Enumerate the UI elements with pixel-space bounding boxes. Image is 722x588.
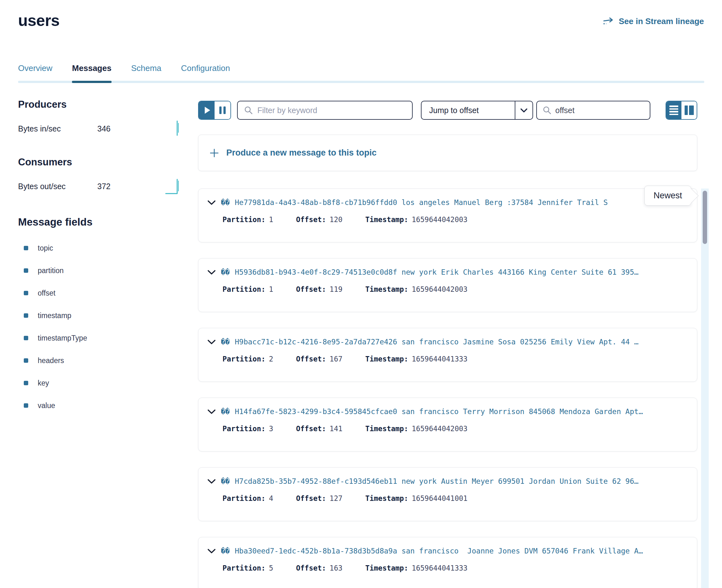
bytes-in-label: Bytes in/sec: [18, 124, 97, 133]
partition-value: 3: [269, 424, 273, 433]
timestamp-label: Timestamp:: [365, 355, 408, 363]
timestamp-value: 1659644041333: [412, 564, 468, 572]
partition-value: 2: [269, 355, 273, 363]
chevron-down-icon[interactable]: [207, 200, 216, 205]
producers-metric-row: Bytes in/sec 346: [18, 120, 180, 138]
message-meta: Partition:5 Offset:163 Timestamp:1659644…: [223, 564, 687, 572]
field-toggle-timestampType[interactable]: timestampType: [24, 333, 180, 343]
topic-messages-page: users See in Stream lineage Overview Mes…: [0, 0, 722, 588]
partition-value: 5: [269, 564, 273, 572]
message-key-line: �� H9bacc71c-b12c-4216-8e95-2a7da727e426…: [207, 338, 687, 346]
timestamp-label: Timestamp:: [365, 215, 408, 224]
consumers-metric-row: Bytes out/sec 372: [18, 177, 180, 195]
timestamp-value: 1659644041001: [412, 494, 468, 502]
messages-toolbar: Jump to offset: [198, 101, 697, 120]
scrollbar-thumb[interactable]: [703, 191, 707, 244]
unknown-glyph-badge: ��: [221, 547, 230, 555]
chevron-down-icon[interactable]: [207, 270, 216, 275]
field-toggle-headers[interactable]: headers: [24, 356, 180, 365]
partition-label: Partition:: [223, 424, 265, 433]
message-row[interactable]: �� H14fa67fe-5823-4299-b3c4-595845cfcae0…: [198, 398, 697, 451]
partition-value: 1: [269, 215, 273, 224]
partition-label: Partition:: [223, 494, 265, 502]
chevron-down-icon[interactable]: [207, 339, 216, 345]
tab-overview[interactable]: Overview: [18, 63, 52, 83]
message-meta: Partition:4 Offset:127 Timestamp:1659644…: [223, 494, 687, 502]
tab-bar: Overview Messages Schema Configuration: [18, 63, 704, 83]
unknown-glyph-badge: ��: [221, 268, 230, 276]
offset-label: Offset:: [296, 424, 326, 433]
message-meta: Partition:3 Offset:141 Timestamp:1659644…: [223, 424, 687, 433]
field-toggle-partition[interactable]: partition: [24, 266, 180, 275]
field-toggle-key[interactable]: key: [24, 378, 180, 388]
column-view-button[interactable]: [681, 101, 697, 119]
field-toggle-offset[interactable]: offset: [24, 288, 180, 298]
timestamp-value: 1659644042003: [412, 424, 468, 433]
timestamp-value: 1659644041333: [412, 355, 468, 363]
partition-label: Partition:: [223, 355, 265, 363]
message-row[interactable]: �� H5936db81-b943-4e0f-8c29-74513e0c0d8f…: [198, 258, 697, 312]
tab-messages[interactable]: Messages: [72, 63, 111, 83]
checkbox-icon: [24, 246, 28, 250]
bytes-out-sparkline: [165, 176, 180, 196]
message-row[interactable]: �� H7cda825b-35b7-4952-88ef-c193d546eb11…: [198, 467, 697, 521]
message-meta: Partition:1 Offset:119 Timestamp:1659644…: [223, 285, 687, 293]
message-key: H7cda825b-35b7-4952-88ef-c193d546eb11 ne…: [235, 477, 639, 485]
field-toggle-timestamp[interactable]: timestamp: [24, 311, 180, 320]
tab-configuration[interactable]: Configuration: [181, 63, 230, 83]
newest-tooltip: Newest: [644, 186, 691, 206]
message-key-line: �� H7cda825b-35b7-4952-88ef-c193d546eb11…: [207, 477, 687, 485]
message-row[interactable]: �� H9bacc71c-b12c-4216-8e95-2a7da727e426…: [198, 328, 697, 382]
checkbox-icon: [24, 403, 28, 408]
chevron-down-icon[interactable]: [207, 548, 216, 554]
pause-button[interactable]: [214, 101, 230, 119]
chevron-down-icon[interactable]: [207, 409, 216, 414]
message-row[interactable]: �� Hba30eed7-1edc-452b-8b1a-738d3b5d8a9a…: [198, 537, 697, 588]
field-toggle-topic[interactable]: topic: [24, 243, 180, 253]
jump-to-offset-select[interactable]: Jump to offset: [421, 101, 533, 120]
chevron-down-icon[interactable]: [207, 479, 216, 484]
stream-lineage-link[interactable]: See in Stream lineage: [602, 17, 704, 26]
message-meta: Partition:2 Offset:167 Timestamp:1659644…: [223, 355, 687, 363]
timestamp-label: Timestamp:: [365, 285, 408, 293]
bytes-in-value: 346: [97, 124, 110, 133]
offset-value: 167: [330, 355, 343, 363]
sidebar: Producers Bytes in/sec 346 Consumers Byt…: [18, 99, 180, 423]
unknown-glyph-badge: ��: [221, 338, 230, 346]
partition-label: Partition:: [223, 285, 265, 293]
bytes-in-sparkline: [168, 119, 180, 139]
consumers-heading: Consumers: [18, 156, 180, 168]
keyword-filter-input[interactable]: [257, 106, 406, 115]
list-view-button[interactable]: [666, 101, 681, 119]
checkbox-icon: [24, 381, 28, 385]
play-pause-group: [198, 101, 231, 120]
offset-label: Offset:: [296, 355, 326, 363]
message-key: H14fa67fe-5823-4299-b3c4-595845cfcae0 sa…: [235, 407, 643, 416]
message-key: H9bacc71c-b12c-4216-8e95-2a7da727e426 sa…: [235, 338, 639, 346]
newest-tooltip-label: Newest: [654, 191, 682, 200]
search-icon: [543, 106, 552, 115]
offset-label: Offset:: [296, 215, 326, 224]
unknown-glyph-badge: ��: [221, 477, 230, 485]
checkbox-icon: [24, 268, 28, 273]
page-title: users: [18, 12, 60, 30]
timestamp-label: Timestamp:: [365, 564, 408, 572]
list-view-icon: [669, 105, 678, 115]
tab-schema[interactable]: Schema: [131, 63, 161, 83]
message-key-line: �� He77981da-4a43-48ab-b8f8-cb71b96ffdd0…: [207, 198, 687, 207]
partition-value: 1: [269, 285, 273, 293]
message-row[interactable]: �� He77981da-4a43-48ab-b8f8-cb71b96ffdd0…: [198, 189, 697, 243]
pause-icon: [219, 106, 226, 114]
offset-label: Offset:: [296, 564, 326, 572]
scrollbar-track[interactable]: [701, 189, 709, 588]
view-toggle-group: [665, 101, 697, 120]
field-toggle-value[interactable]: value: [24, 401, 180, 410]
message-key-line: �� H5936db81-b943-4e0f-8c29-74513e0c0d8f…: [207, 268, 687, 276]
message-key-line: �� Hba30eed7-1edc-452b-8b1a-738d3b5d8a9a…: [207, 547, 687, 555]
play-button[interactable]: [199, 101, 214, 119]
unknown-glyph-badge: ��: [221, 407, 230, 416]
offset-search-input[interactable]: [555, 106, 644, 115]
produce-message-button[interactable]: Produce a new message to this topic: [198, 135, 697, 171]
lineage-arrow-icon: [602, 17, 615, 26]
page-header: users See in Stream lineage: [18, 12, 704, 30]
